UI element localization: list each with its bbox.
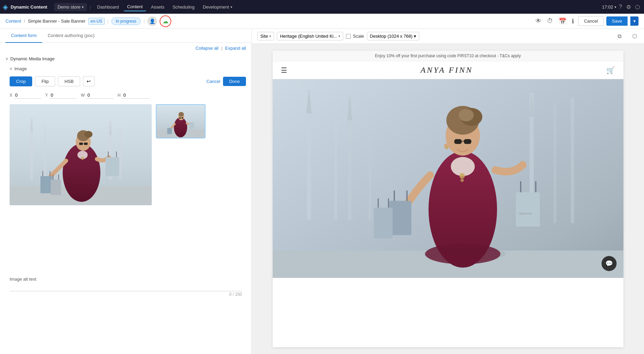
svg-rect-56: [464, 139, 471, 144]
store-selector[interactable]: Demo store ▾: [54, 3, 87, 11]
breadcrumb-root[interactable]: Content: [5, 19, 21, 24]
heritage-label: Heritage (English United Ki...: [280, 34, 337, 39]
tab-content-form[interactable]: Content form: [5, 29, 42, 43]
w-input[interactable]: [86, 92, 113, 99]
locale-badge[interactable]: en-US: [88, 18, 105, 25]
x-input[interactable]: [14, 92, 41, 99]
h-coordinate-field: H: [117, 92, 149, 99]
device-arrow-icon: ▾: [414, 34, 416, 39]
svg-rect-18: [51, 180, 61, 195]
nav-item-content[interactable]: Content: [124, 3, 146, 11]
y-label: Y: [45, 93, 48, 98]
site-selector[interactable]: Site ▾: [257, 32, 274, 40]
hsb-button[interactable]: HSB: [58, 76, 80, 86]
svg-rect-31: [179, 117, 181, 119]
user-avatar[interactable]: 👤: [147, 16, 157, 26]
svg-point-11: [84, 131, 92, 138]
section-label: Dynamic Media Image: [10, 56, 54, 61]
alt-text-label: Image alt text: [10, 277, 242, 282]
svg-rect-38: [334, 107, 337, 220]
svg-rect-41: [369, 110, 371, 220]
device-selector[interactable]: Desktop (1024 x 768) ▾: [367, 32, 419, 40]
status-badge[interactable]: In progress: [111, 17, 141, 25]
collapse-all-button[interactable]: Collapse all: [196, 46, 219, 51]
coordinates-row: X Y W H: [5, 89, 246, 101]
hamburger-icon[interactable]: ☰: [281, 66, 287, 74]
image-tools-row: Crop Flip HSB ↩ Cancel Done: [10, 73, 246, 89]
site-logo: ANYA FINN: [420, 65, 473, 75]
alt-text-section: Image alt text 0 / 150: [10, 277, 242, 297]
cancel-button[interactable]: Cancel: [578, 16, 604, 26]
svg-rect-68: [516, 192, 540, 227]
nav-item-dashboard[interactable]: Dashboard: [94, 3, 123, 11]
cloud-icon: ☁: [162, 17, 169, 25]
w-label: W: [81, 93, 85, 98]
cart-icon[interactable]: 🛒: [606, 66, 615, 74]
svg-point-28: [174, 117, 187, 137]
nav-separator-1: |: [90, 4, 91, 10]
chat-widget[interactable]: 💬: [602, 256, 617, 271]
site-label: Site: [260, 34, 268, 39]
save-dropdown-icon: ▾: [633, 19, 636, 24]
breadcrumb-bar: Content / Simple Banner - Sale Banner en…: [0, 14, 644, 29]
profile-icon[interactable]: ⬡: [634, 2, 641, 12]
nav-item-development[interactable]: Development ▾: [199, 3, 236, 11]
breadcrumb-separator: /: [24, 19, 25, 24]
promo-text: Enjoy 10% off your first purchase using …: [375, 53, 521, 58]
preview-eye-icon[interactable]: 👁: [534, 16, 543, 26]
alt-text-input[interactable]: [10, 283, 242, 291]
thumbnail-image[interactable]: [156, 104, 206, 138]
user-icon: 👤: [149, 19, 155, 24]
copy-icon[interactable]: ⧉: [616, 32, 623, 41]
open-new-icon[interactable]: ⬡: [631, 32, 639, 41]
cloud-sync-button[interactable]: ☁: [160, 15, 171, 27]
collapse-expand-separator: |: [221, 46, 222, 51]
tool-cancel-button[interactable]: Cancel: [206, 79, 220, 84]
nav-item-scheduling[interactable]: Scheduling: [169, 3, 198, 11]
undo-button[interactable]: ↩: [83, 76, 95, 86]
info-icon[interactable]: ℹ: [570, 16, 575, 26]
flip-button[interactable]: Flip: [35, 76, 55, 86]
dynamic-media-image-section[interactable]: ∨ Dynamic Media Image: [5, 53, 246, 64]
svg-rect-33: [167, 128, 172, 134]
svg-point-54: [459, 109, 474, 121]
logo-text: ANYA FINN: [420, 65, 473, 74]
svg-rect-13: [84, 143, 88, 145]
h-input[interactable]: [122, 92, 149, 99]
y-input[interactable]: [49, 92, 77, 99]
top-navigation: ◈ Dynamic Content Demo store ▾ | Dashboa…: [0, 0, 644, 14]
tabs-bar: Content form Content authoring (poc): [0, 29, 251, 43]
svg-rect-6: [119, 128, 121, 180]
tool-done-button[interactable]: Done: [223, 77, 246, 86]
tab-content-authoring[interactable]: Content authoring (poc): [42, 29, 100, 43]
breadcrumb-sep3: |: [144, 19, 145, 24]
scale-toggle[interactable]: Scale: [346, 34, 364, 39]
app-title: Dynamic Content: [11, 4, 47, 10]
svg-rect-12: [79, 143, 83, 145]
calendar-icon[interactable]: 📅: [557, 16, 568, 26]
development-arrow-icon: ▾: [231, 5, 232, 9]
clock-display: 17:02 ▾: [602, 4, 617, 10]
nav-item-assets[interactable]: Assets: [148, 3, 168, 11]
svg-text:fabrizova: fabrizova: [519, 212, 532, 215]
heritage-arrow-icon: ▾: [338, 34, 340, 38]
svg-rect-44: [554, 103, 556, 223]
save-button[interactable]: Save: [606, 16, 628, 26]
main-image[interactable]: [10, 104, 152, 205]
scale-checkbox[interactable]: [346, 34, 351, 39]
help-icon[interactable]: ?: [618, 2, 623, 11]
sub-section-label: Image: [14, 66, 27, 71]
settings-icon[interactable]: ⚙: [625, 2, 632, 12]
x-coordinate-field: X: [10, 92, 41, 99]
svg-rect-32: [182, 117, 183, 119]
store-arrow-icon: ▾: [82, 5, 84, 9]
collapse-expand-bar: Collapse all | Expand all: [0, 43, 251, 53]
history-icon[interactable]: ⏱: [546, 16, 555, 26]
image-subsection[interactable]: ∨ Image: [5, 64, 246, 73]
expand-all-button[interactable]: Expand all: [225, 46, 246, 51]
save-dropdown-button[interactable]: ▾: [630, 16, 639, 26]
svg-point-61: [460, 179, 464, 182]
sub-section-chevron-icon: ∨: [10, 66, 12, 71]
crop-button[interactable]: Crop: [10, 76, 32, 86]
heritage-selector[interactable]: Heritage (English United Ki... ▾: [277, 32, 343, 40]
